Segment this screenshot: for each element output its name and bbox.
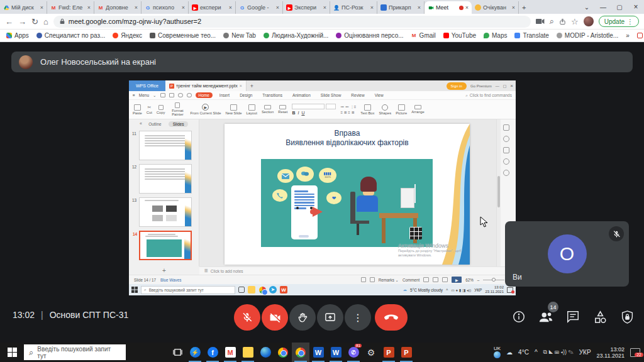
bullets-icons[interactable]: ≔ ≕ ⋮≡ — [340, 104, 356, 109]
tabs-menu-chevron[interactable]: ⌄ — [579, 4, 595, 11]
panel-collapse-icon[interactable]: » — [140, 121, 142, 127]
menu-label[interactable]: Menu — [139, 93, 149, 97]
close-icon[interactable]: × — [512, 4, 515, 11]
reading-view-icon[interactable] — [442, 277, 448, 282]
outline-tab[interactable]: Outline — [144, 121, 166, 127]
wps-signin-button[interactable]: Sign in — [447, 82, 467, 90]
new-tab-button[interactable]: + — [519, 1, 534, 14]
zoom-icon[interactable]: ⌕ — [550, 16, 554, 26]
word-icon-1[interactable]: W — [309, 343, 327, 362]
ribbon-tab-view[interactable]: View — [372, 92, 387, 98]
spellcheck-icon[interactable] — [361, 277, 366, 282]
bookmark-4[interactable]: New Tab — [223, 32, 256, 39]
chrome-icon[interactable] — [274, 343, 292, 362]
close-icon[interactable]: × — [87, 4, 91, 11]
notification-center-button[interactable]: 22 — [630, 348, 640, 357]
vertical-scrollbar[interactable] — [497, 119, 501, 266]
from-current-slide-button[interactable]: ▶From Current Slide — [190, 104, 221, 115]
wps-new-tab-button[interactable]: + — [250, 83, 253, 89]
save-icon[interactable] — [160, 93, 165, 97]
camera-in-use-icon[interactable] — [536, 18, 545, 25]
layout-button[interactable]: Layout — [246, 104, 257, 115]
ribbon-tab-review[interactable]: Review — [348, 92, 367, 98]
tab-waiting[interactable]: Очікуван× — [472, 1, 519, 14]
bookmark-2[interactable]: Яндекс — [113, 32, 142, 39]
italic-button[interactable]: I — [297, 111, 299, 115]
format-painter-button[interactable]: Format Painter — [169, 102, 186, 116]
text-box-button[interactable]: Text Box — [360, 104, 374, 115]
reading-list-button[interactable]: Reading list — [637, 32, 644, 39]
tab-google-2[interactable]: GGoogle -× — [236, 1, 283, 14]
normal-view-icon[interactable] — [423, 277, 429, 282]
end-call-button[interactable] — [375, 304, 408, 331]
gmail-icon[interactable]: M — [221, 343, 239, 362]
clock[interactable]: 13:02 23.11.2021 — [597, 346, 625, 359]
settings-icon[interactable]: ⚙ — [362, 343, 380, 362]
presenter-telegram-icon[interactable]: ➤ — [269, 286, 277, 293]
paste-button[interactable]: Paste — [133, 104, 142, 115]
bookmark-apps[interactable]: Apps — [6, 32, 29, 39]
ribbon-tab-animation[interactable]: Animation — [289, 92, 314, 98]
presenter-start-button[interactable] — [131, 287, 138, 293]
activities-button[interactable] — [592, 309, 608, 325]
comment-button[interactable]: Comment — [402, 278, 419, 282]
print-icon[interactable] — [169, 93, 174, 97]
animation-pane-icon[interactable] — [503, 136, 509, 142]
forward-icon[interactable]: → — [18, 17, 26, 26]
word-icon-2[interactable]: W — [327, 343, 345, 362]
slide-canvas[interactable]: Вправа Виявлення відволікаючих факторів … — [199, 119, 496, 266]
tab-meet-active[interactable]: Meet× — [425, 1, 472, 14]
close-icon[interactable]: × — [323, 4, 326, 11]
ribbon-tab-design[interactable]: Design — [236, 92, 255, 98]
ribbon-tab-insert[interactable]: Insert — [216, 92, 233, 98]
tray-caret-icon[interactable]: ^ — [535, 349, 538, 356]
present-screen-button[interactable] — [317, 304, 343, 331]
ribbon-tab-slideshow[interactable]: Slide Show — [318, 92, 345, 98]
tab-drive[interactable]: Мій диск× — [0, 1, 47, 14]
tab-google-1[interactable]: Gпсихоло× — [142, 1, 189, 14]
bookmark-youtube[interactable]: YouTube — [443, 32, 476, 39]
bookmark-translate[interactable]: Translate — [514, 32, 548, 39]
update-button[interactable]: Update⋮ — [599, 16, 639, 27]
minimize-button[interactable]: — — [595, 4, 611, 11]
picture-button[interactable]: Picture — [396, 104, 407, 115]
bookmark-1[interactable]: Специалист по раз... — [36, 32, 106, 39]
tab-youtube-2[interactable]: ▶Экспери× — [283, 1, 330, 14]
powerpoint-icon-1[interactable]: P — [380, 343, 397, 362]
close-icon[interactable]: × — [40, 4, 43, 11]
find-icon[interactable]: ⌕ — [465, 93, 468, 98]
news-interest-widget[interactable]: UK — [494, 346, 501, 358]
bookmark-gmail[interactable]: MGmail — [411, 32, 436, 39]
back-icon[interactable]: ← — [5, 17, 13, 26]
help-icon[interactable] — [503, 170, 509, 176]
menu-burger-icon[interactable]: ≡ — [133, 93, 135, 97]
close-icon[interactable]: × — [182, 4, 185, 11]
new-slide-button[interactable]: New Slide — [225, 104, 242, 115]
weather-cloud-icon[interactable]: ☁ — [506, 349, 513, 356]
tray-glyph-icons[interactable]: ⧉ ◣ ⌨ ◂)) ✎ — [543, 349, 574, 356]
cut-button[interactable]: ✂Cut — [147, 105, 152, 114]
underline-button[interactable]: U — [301, 111, 304, 115]
slide-thumbnail-13[interactable]: 13 — [139, 197, 192, 227]
slide-thumbnail-11[interactable]: 11 — [139, 131, 192, 160]
bookmark-3[interactable]: Современные тео... — [150, 32, 216, 39]
doc-close-icon[interactable]: × — [240, 84, 242, 88]
taskbar-search-box[interactable]: ⌕ Введіть пошуковий запит тут — [24, 344, 126, 360]
properties-icon[interactable] — [503, 124, 509, 131]
bookmark-star-icon[interactable]: ☆ — [571, 17, 579, 26]
tab-gmail-1[interactable]: MFwd: Еле× — [47, 1, 94, 14]
presenter-weather[interactable]: 5°C Mostly cloudy — [410, 288, 443, 292]
remarks-button[interactable]: Remarks ⌄ — [379, 278, 399, 282]
transition-icon[interactable] — [503, 147, 509, 153]
slides-tab[interactable]: Slides — [169, 121, 189, 127]
wps-maximize-icon[interactable]: ▢ — [503, 84, 507, 88]
slide-thumbnail-12[interactable]: 12 — [139, 164, 192, 194]
ribbon-tab-transitions[interactable]: Transitions — [259, 92, 286, 98]
wps-office-button[interactable]: WPS Office — [129, 80, 165, 91]
tray-caret-icon[interactable]: ^ — [446, 288, 448, 292]
chat-button[interactable] — [565, 309, 581, 325]
zoom-level[interactable]: 62% — [465, 278, 474, 282]
notes-bar[interactable]: ☰ Click to add notes — [199, 266, 516, 275]
facebook-icon[interactable]: f — [204, 343, 221, 362]
participants-button[interactable]: 14 — [538, 309, 554, 325]
